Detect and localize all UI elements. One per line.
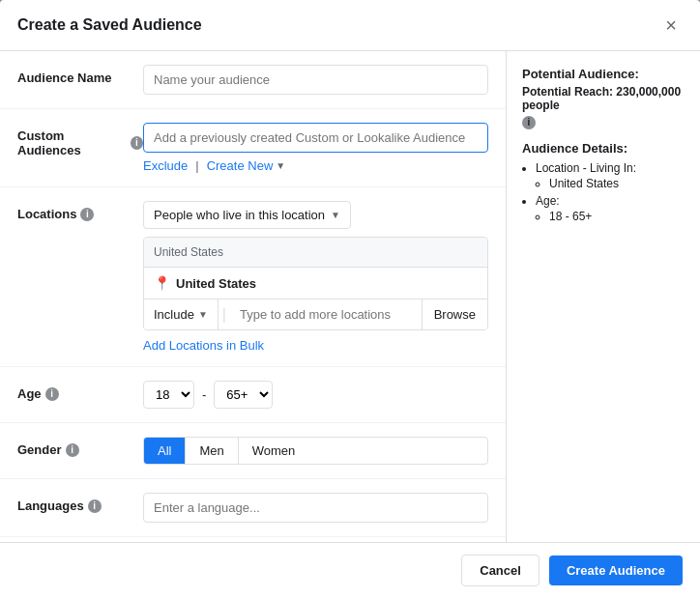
location-browse-button[interactable]: Browse [422, 299, 487, 329]
exclude-create-row: Exclude | Create New ▼ [143, 158, 488, 173]
custom-audiences-row: Custom Audiences i Exclude | Create New … [0, 109, 506, 187]
cancel-button[interactable]: Cancel [461, 555, 540, 586]
age-label: Age i [17, 381, 143, 401]
location-dropdown-chevron-icon: ▼ [331, 210, 340, 220]
audience-name-label: Audience Name [17, 65, 143, 85]
detail-age: Age: 18 - 65+ [536, 194, 685, 223]
audience-name-row: Audience Name [0, 51, 506, 109]
audience-name-input[interactable] [143, 65, 488, 95]
modal-title: Create a Saved Audience [17, 16, 202, 34]
languages-label: Languages i [17, 493, 143, 513]
location-item: 📍 United States [144, 268, 487, 299]
create-new-chevron-icon: ▼ [276, 160, 285, 171]
languages-row: Languages i [0, 479, 506, 537]
gender-control: All Men Women [143, 437, 488, 465]
gender-women-button[interactable]: Women [239, 438, 309, 464]
location-pin-icon: 📍 [154, 275, 170, 291]
audience-name-control [143, 65, 488, 95]
gender-label: Gender i [17, 437, 143, 457]
gender-men-button[interactable]: Men [186, 438, 238, 464]
gender-all-button[interactable]: All [144, 438, 186, 464]
location-type-dropdown[interactable]: People who live in this location ▼ [143, 201, 351, 229]
custom-audiences-control: Exclude | Create New ▼ [143, 123, 488, 173]
gender-buttons: All Men Women [143, 437, 488, 465]
age-row: Age i 18 - 65+ [0, 367, 506, 423]
locations-control: People who live in this location ▼ Unite… [143, 201, 488, 353]
bulk-add-link[interactable]: Add Locations in Bulk [143, 338, 264, 353]
potential-audience-title: Potential Audience: [522, 67, 685, 81]
include-chevron-icon: ▼ [198, 309, 208, 320]
create-audience-button[interactable]: Create Audience [549, 555, 683, 585]
potential-reach: Potential Reach: 230,000,000 people i [522, 85, 685, 129]
modal-footer: Cancel Create Audience [0, 542, 700, 598]
custom-audiences-info-icon[interactable]: i [131, 136, 143, 150]
location-box: United States 📍 United States Include ▼ [143, 237, 488, 330]
age-inputs: 18 - 65+ [143, 381, 488, 409]
gender-row: Gender i All Men Women [0, 423, 506, 479]
age-info-icon[interactable]: i [45, 387, 59, 401]
locations-info-icon[interactable]: i [80, 208, 94, 221]
languages-control [143, 493, 488, 523]
modal: Create a Saved Audience × Audience Name … [0, 0, 700, 598]
sidebar: Potential Audience: Potential Reach: 230… [507, 51, 700, 542]
form-section: Audience Name Custom Audiences i Exclude [0, 51, 507, 542]
detail-age-range: 18 - 65+ [549, 210, 685, 223]
custom-audiences-input[interactable] [143, 123, 488, 153]
modal-overlay: Create a Saved Audience × Audience Name … [0, 0, 700, 598]
create-new-button[interactable]: Create New ▼ [207, 158, 286, 173]
age-control: 18 - 65+ [143, 381, 488, 409]
languages-info-icon[interactable]: i [88, 499, 102, 513]
audience-details: Audience Details: Location - Living In: … [522, 141, 685, 223]
detail-location-us: United States [549, 177, 685, 190]
modal-header: Create a Saved Audience × [0, 0, 700, 51]
age-to-select[interactable]: 65+ [214, 381, 273, 409]
detail-location: Location - Living In: United States [536, 161, 685, 190]
include-button[interactable]: Include ▼ [144, 299, 219, 329]
gender-info-icon[interactable]: i [66, 443, 79, 457]
close-button[interactable]: × [659, 14, 683, 37]
location-controls: Include ▼ | Browse [144, 299, 487, 329]
age-from-select[interactable]: 18 [143, 381, 194, 409]
location-header: United States [144, 238, 487, 268]
exclude-link[interactable]: Exclude [143, 158, 188, 173]
reach-info-icon[interactable]: i [522, 116, 536, 129]
audience-details-title: Audience Details: [522, 141, 685, 156]
locations-row: Locations i People who live in this loca… [0, 187, 506, 367]
modal-body: Audience Name Custom Audiences i Exclude [0, 51, 700, 542]
locations-label: Locations i [17, 201, 143, 221]
location-type-input[interactable] [230, 299, 422, 329]
languages-input[interactable] [143, 493, 488, 523]
custom-audiences-label: Custom Audiences i [17, 123, 143, 157]
